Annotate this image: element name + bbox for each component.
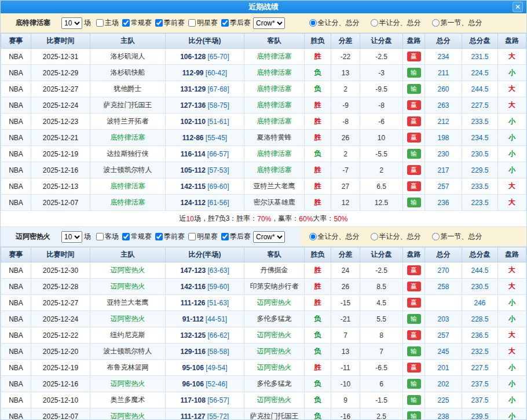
checkbox-playoffs[interactable]: 季后赛 [218,232,251,242]
away-team-cell: 底特律活塞 [244,49,305,65]
date-cell: 2025-12-31 [31,49,90,65]
checkbox-allstar[interactable]: 明星赛 [185,18,218,28]
home-team-cell: 达拉斯独行侠 [90,146,166,162]
radio-input[interactable] [371,233,378,240]
result-cell: 胜 [305,295,331,311]
full-score: 106-128 [180,53,206,61]
radio-input[interactable] [309,233,317,240]
regular-season-checkbox[interactable] [122,233,130,240]
game-row: NBA2025-12-22纽约尼克斯132-125 [66-62]迈阿密热火负7… [1,327,526,344]
handicap-result-cell: 输 [403,146,425,162]
handicap-result-cell: 输 [403,392,425,408]
total-line-cell: 227.5 [462,97,498,114]
home-team-cell: 波特兰开拓者 [90,114,166,130]
summary-segment: 大率： [313,214,334,224]
result-cell: 胜 [305,130,331,146]
handicap-result-badge: 赢 [407,265,421,275]
column-header: 总分 [425,34,462,49]
column-header: 总分盘 [462,247,498,262]
total-points-cell: 230 [425,146,462,162]
half-score: [52-46] [206,380,227,388]
handicap-result-badge: 输 [407,411,421,420]
half-score: [49-54] [206,364,227,372]
filter-controls: 迈阿密热火 10 场 客场 常规赛 季前赛 明星赛 季后赛 Crow* [1,227,301,246]
checkbox-preseason[interactable]: 季前赛 [152,232,185,242]
preseason-checkbox[interactable] [155,19,163,27]
radio-half-handicap-total[interactable]: 半让分、总分 [368,232,421,242]
total-result-cell: 大 [498,327,526,344]
playoffs-checkbox[interactable] [221,19,229,27]
close-icon[interactable]: ✕ [513,2,523,12]
score-cell: 124-112 [61-56] [166,195,244,211]
game-row: NBA2025-12-16波士顿凯尔特人105-112 [57-53]底特律活塞… [1,162,526,178]
column-header: 盘路 [403,247,425,262]
regular-season-checkbox[interactable] [122,19,130,27]
radio-first-quarter-total[interactable]: 第一节、总分 [429,18,482,28]
handicap-line-cell: 10 [360,130,403,146]
summary-segment: 近 [180,214,186,224]
total-line-cell: 232.5 [462,344,498,360]
league-cell: NBA [1,49,31,65]
full-score: 147-123 [180,266,206,275]
radio-half-handicap-total[interactable]: 半让分、总分 [368,18,421,28]
league-cell: NBA [1,81,31,97]
allstar-checkbox[interactable] [188,19,196,27]
bookmaker-select[interactable]: Crow* [253,231,285,243]
handicap-line-cell: -1.5 [360,392,403,408]
games-count-select[interactable]: 10 [61,17,82,29]
league-cell: NBA [1,295,31,311]
half-score: [51-61] [207,118,229,126]
checkbox-playoffs[interactable]: 季后赛 [218,18,251,28]
date-cell: 2025-12-13 [31,178,90,195]
result-cell: 负 [305,376,331,392]
half-score: [44-51] [206,315,227,323]
away-team-cell: 迈阿密热火 [244,327,305,344]
total-points-cell: 245 [425,344,462,360]
half-score: [69-60] [207,182,229,191]
total-line-cell: 233.5 [462,114,498,130]
point-diff-cell: 26 [331,279,360,295]
preseason-checkbox[interactable] [155,233,163,240]
playoffs-checkbox[interactable] [221,233,229,240]
result-cell: 胜 [305,262,331,279]
bookmaker-select[interactable]: Crow* [253,17,285,29]
radio-input[interactable] [432,233,440,240]
column-header: 总分盘 [462,34,498,49]
away-team-cell: 迈阿密热火 [244,392,305,408]
game-row: NBA2025-12-20波士顿凯尔特人129-116 [58-58]迈阿密热火… [1,344,526,360]
games-count-select[interactable]: 10 [61,231,82,243]
venue-checkbox[interactable] [96,19,104,27]
score-cell: 112-99 [60-42] [166,65,244,81]
heat-results-table: 赛事比赛时间主队比分(半场)客队胜负分差让分盘盘路总分总分盘盘路 NBA2025… [1,247,526,420]
handicap-result-cell: 输 [403,311,425,327]
result-cell: 胜 [305,360,331,376]
handicap-result-cell: 赢 [403,295,425,311]
radio-full-handicap-total[interactable]: 全让分、总分 [306,18,360,28]
radio-input[interactable] [309,19,317,27]
column-header: 客队 [244,34,305,49]
handicap-result-cell: 输 [403,65,425,81]
radio-full-handicap-total[interactable]: 全让分、总分 [306,232,360,242]
checkbox-regular-season[interactable]: 常规赛 [119,18,152,28]
checkbox-label: 主场 [105,18,119,28]
checkbox-preseason[interactable]: 季前赛 [152,18,185,28]
full-score: 111-127 [181,412,206,420]
radio-label: 全让分、总分 [318,232,360,242]
handicap-line-cell: -8 [360,97,403,114]
total-line-cell: 230.5 [462,146,498,162]
away-team-cell: 迈阿密热火 [244,360,305,376]
full-score: 96-106 [182,380,203,388]
radio-input[interactable] [371,19,378,27]
checkbox-regular-season[interactable]: 常规赛 [119,232,152,242]
radio-input[interactable] [432,19,440,27]
radio-first-quarter-total[interactable]: 第一节、总分 [429,232,482,242]
venue-checkbox[interactable] [96,233,104,240]
score-cell: 96-106 [52-46] [166,376,244,392]
checkbox-allstar[interactable]: 明星赛 [185,232,218,242]
handicap-line-cell: -2.5 [360,262,403,279]
score-cell: 91-112 [44-51] [166,311,244,327]
checkbox-venue[interactable]: 主场 [93,18,119,28]
allstar-checkbox[interactable] [188,233,196,240]
date-cell: 2025-12-19 [31,360,90,376]
checkbox-venue[interactable]: 客场 [93,232,119,242]
